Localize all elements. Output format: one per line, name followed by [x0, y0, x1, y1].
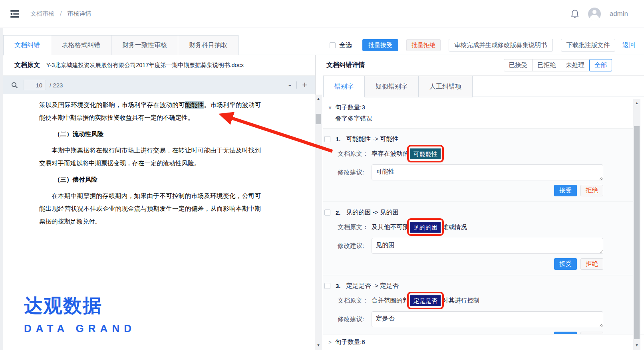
original-text-label: 文档原文： — [338, 223, 372, 231]
document-toolbar: / 223 - + — [3, 76, 315, 94]
document-preview[interactable]: 策以及国际环境变化的影响，市场利率存在波动的可能能性。市场利率的波动可能使本期中… — [3, 95, 308, 350]
error-item-1-checkbox[interactable] — [324, 136, 330, 142]
tab-manual-correction[interactable]: 人工纠错项 — [419, 76, 473, 97]
breadcrumb-separator: / — [60, 10, 62, 17]
document-scrollbar[interactable]: ▲ ▼ — [315, 95, 322, 350]
review-panel-title: 文档纠错详情 — [326, 61, 365, 69]
document-filename: Y-3北京城建投资发展股份有限公司2017年度第一期中期票据募集说明书.docx — [46, 61, 244, 69]
error-item-1: 1. 可能能性 -> 可能性 文档原文： 率存在波动的 可能能性 修改建议: 可… — [323, 129, 633, 202]
review-panel-header: 文档纠错详情 已接受 已拒绝 未处理 全部 — [323, 55, 644, 76]
action-buttons: 全选 批量接受 批量拒绝 审核完成并生成修改版募集说明书 下载批注版文件 返回 — [330, 35, 644, 55]
scroll-down-icon[interactable]: ▼ — [633, 342, 640, 348]
notification-bell-icon[interactable] — [570, 9, 579, 19]
breadcrumb-section[interactable]: 文档审核 — [30, 10, 54, 17]
doc-paragraph-3: 在本期中期票据的存续期内，如果由于不可控制的市场及环境变化，公司可能出现经营状况… — [39, 190, 261, 228]
logo-chinese: 达观数据 — [24, 293, 136, 318]
suggestion-label: 修改建议: — [338, 242, 372, 250]
zoom-divider — [296, 81, 297, 89]
doc-paragraph-2: 本期中期票据将在银行间市场上进行交易，在转让时可能由于无法及时找到交易对手而难以… — [39, 144, 261, 170]
original-text-prefix: 率存在波动的 — [372, 150, 409, 158]
original-text-suffix: 对其进行控制 — [442, 297, 479, 305]
avatar-torso-shape — [590, 15, 599, 20]
collapse-menu-icon — [10, 10, 20, 18]
error-item-1-rule: 可能能性 -> 可能性 — [346, 135, 399, 143]
tab-table-format-correction[interactable]: 表格格式纠错 — [51, 35, 111, 55]
collapsed-error-group[interactable]: > 句子数量:6 — [323, 334, 644, 350]
filter-rejected[interactable]: 已拒绝 — [532, 59, 561, 71]
error-list: ∨ 句子数量:3 叠字多字错误 1. 可能能性 -> 可能性 文档原文： 率存在… — [323, 97, 633, 350]
document-panel: 文档原文 Y-3北京城建投资发展股份有限公司2017年度第一期中期票据募集说明书… — [3, 55, 316, 350]
filter-unprocessed[interactable]: 未处理 — [561, 59, 590, 71]
review-panel: 文档纠错详情 已接受 已拒绝 未处理 全部 错别字 疑似错别字 人工纠错项 ∨ … — [323, 55, 644, 350]
suggestion-input[interactable]: 见的困 — [372, 238, 603, 254]
error-token-redbox: 见的的困 — [410, 222, 441, 233]
logo-english: DATA GRAND — [24, 322, 136, 335]
error-item-3-index: 3. — [336, 283, 341, 289]
error-item-2-checkbox[interactable] — [324, 210, 330, 216]
select-all-label: 全选 — [339, 41, 352, 49]
error-token: 可能能性 — [410, 148, 441, 159]
error-token: 定是是否 — [410, 295, 441, 306]
user-avatar[interactable] — [588, 8, 601, 20]
search-icon[interactable] — [11, 82, 18, 89]
username[interactable]: admin — [610, 10, 628, 18]
sidebar-collapse-icon[interactable] — [10, 10, 20, 18]
doc-heading-2: （二）流动性风险 — [39, 128, 261, 140]
scroll-up-icon[interactable]: ▲ — [315, 95, 322, 102]
left-edge-strip — [0, 28, 3, 350]
suggestion-input[interactable]: 定是否 — [372, 311, 603, 327]
scroll-down-icon[interactable]: ▼ — [315, 342, 322, 348]
suggestion-label: 修改建议: — [338, 315, 372, 324]
error-group-header: ∨ 句子数量:3 叠字多字错误 — [323, 97, 633, 129]
header-right: admin — [570, 0, 628, 28]
chevron-right-icon[interactable]: > — [325, 339, 335, 345]
error-token-redbox: 可能能性 — [410, 148, 441, 159]
doc-paragraph-1-text: 策以及国际环境变化的影响，市场利率存在波动的可 — [39, 101, 185, 109]
tab-financial-consistency-review[interactable]: 财务一致性审核 — [111, 35, 178, 55]
select-all-checkbox[interactable] — [330, 42, 336, 48]
status-filter-group: 已接受 已拒绝 未处理 全部 — [504, 59, 612, 71]
page-number-input[interactable] — [24, 80, 46, 90]
accept-button[interactable]: 接受 — [554, 258, 577, 270]
document-panel-title: 文档原文 — [14, 61, 40, 69]
filter-accepted[interactable]: 已接受 — [504, 59, 533, 71]
error-item-3-checkbox[interactable] — [324, 283, 330, 289]
zoom-out-button[interactable]: - — [288, 81, 291, 89]
suggestion-input[interactable]: 可能性 — [372, 164, 603, 180]
group-title: 句子数量:3 — [335, 103, 365, 112]
page-total: / 223 — [50, 82, 63, 89]
doc-error-highlight: 能能性 — [185, 101, 204, 109]
group-subtitle: 叠字多字错误 — [335, 115, 633, 123]
download-annotated-button[interactable]: 下载批注版文件 — [561, 39, 616, 51]
review-scrollbar-thumb[interactable] — [634, 126, 640, 339]
tab-financial-account-extraction[interactable]: 财务科目抽取 — [178, 35, 239, 55]
complete-generate-button[interactable]: 审核完成并生成修改版募集说明书 — [449, 39, 553, 51]
batch-accept-button[interactable]: 批量接受 — [362, 39, 398, 51]
datagrand-logo: 达观数据 DATA GRAND — [24, 293, 136, 335]
review-scrollbar[interactable]: ▲ ▼ — [633, 99, 640, 350]
avatar-head-shape — [592, 10, 596, 14]
collapsed-group-title: 句子数量:6 — [335, 338, 365, 346]
filter-all[interactable]: 全部 — [589, 59, 612, 71]
reject-button[interactable]: 拒绝 — [580, 185, 603, 196]
scroll-up-icon[interactable]: ▲ — [633, 100, 640, 106]
reject-button[interactable]: 拒绝 — [580, 258, 603, 270]
tab-suspected-typo[interactable]: 疑似错别字 — [365, 76, 419, 97]
chevron-down-icon[interactable]: ∨ — [325, 105, 335, 111]
tab-document-correction[interactable]: 文档纠错 — [3, 35, 51, 55]
error-item-2: 2. 见的的困 -> 见的困 文档原文： 及其他不可预 见的的困 难或情况 修改… — [323, 202, 633, 275]
batch-reject-button[interactable]: 批量拒绝 — [406, 39, 441, 51]
zoom-in-button[interactable]: + — [302, 81, 307, 89]
document-scrollbar-thumb[interactable] — [316, 114, 321, 124]
error-item-2-index: 2. — [336, 209, 341, 216]
original-text-suffix: 难或情况 — [442, 223, 467, 231]
tab-typo[interactable]: 错别字 — [323, 76, 365, 97]
main-tab-bar: 文档纠错 表格格式纠错 财务一致性审核 财务科目抽取 全选 批量接受 批量拒绝 … — [3, 35, 644, 55]
back-link[interactable]: 返回 — [622, 41, 635, 49]
accept-button[interactable]: 接受 — [554, 185, 577, 196]
document-text: 策以及国际环境变化的影响，市场利率存在波动的可能能性。市场利率的波动可能使本期中… — [3, 95, 308, 228]
document-panel-header: 文档原文 Y-3北京城建投资发展股份有限公司2017年度第一期中期票据募集说明书… — [3, 55, 315, 76]
original-text-prefix: 合并范围的判 — [372, 297, 409, 305]
breadcrumb-current: 审核详情 — [68, 10, 91, 17]
error-token: 见的的困 — [410, 222, 441, 233]
